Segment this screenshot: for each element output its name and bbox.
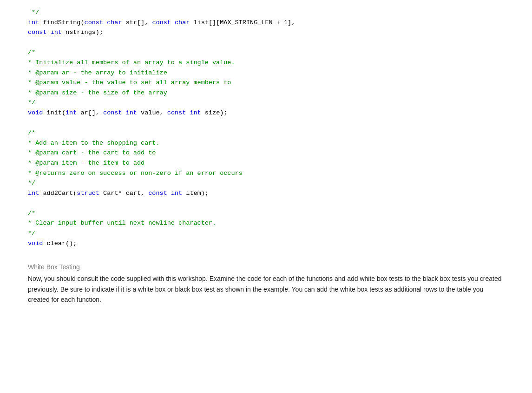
prose-body: Now, you should consult the code supplie… [28, 273, 504, 305]
code-line-close-comment-0: */ [28, 7, 504, 18]
code-line-close-comment-1: */ [28, 98, 504, 108]
code-line-findsig-2: const int nstrings); [28, 27, 504, 38]
code-line-comment-open-3: /* [28, 208, 504, 219]
code-line-blank-3 [28, 198, 504, 208]
code-container: */ int findString(const char str[], cons… [28, 7, 504, 248]
code-line-blank-1 [28, 38, 504, 48]
prose-heading: White Box Testing [28, 263, 504, 271]
code-line-comment-body-2c: * @param item - the item to add [28, 158, 504, 168]
code-line-clearsig: void clear(); [28, 239, 504, 249]
code-line-close-comment-3: */ [28, 228, 504, 239]
code-line-add2cartsig: int add2Cart(struct Cart* cart, const in… [28, 188, 504, 199]
code-line-comment-body-3a: * Clear input buffer until next newline … [28, 218, 504, 228]
code-line-comment-body-2b: * @param cart - the cart to add to [28, 148, 504, 158]
code-line-initsig: void init(int ar[], const int value, con… [28, 108, 504, 118]
code-line-close-comment-2: */ [28, 178, 504, 188]
code-line-comment-body-2d: * @returns zero on success or non-zero i… [28, 168, 504, 179]
code-line-findsig-1: int findString(const char str[], const c… [28, 18, 504, 28]
prose-section: White Box Testing Now, you should consul… [28, 263, 504, 305]
code-line-comment-open-2: /* [28, 128, 504, 138]
code-line-comment-body-2a: * Add an item to the shopping cart. [28, 138, 504, 148]
code-line-comment-body-1a: * Initialize all members of an array to … [28, 58, 504, 68]
code-line-comment-body-1b: * @param ar - the array to initialize [28, 68, 504, 78]
code-line-comment-body-1c: * @param value - the value to set all ar… [28, 78, 504, 88]
code-line-comment-open-1: /* [28, 47, 504, 58]
code-line-blank-2 [28, 118, 504, 128]
code-line-comment-body-1d: * @param size - the size of the array [28, 88, 504, 98]
